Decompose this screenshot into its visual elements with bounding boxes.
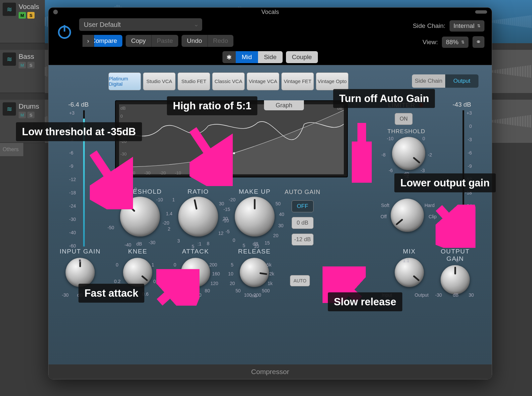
- knob-tick: 0: [423, 136, 425, 141]
- output-tab[interactable]: Output: [445, 74, 478, 88]
- knob-tick: -20: [229, 197, 235, 202]
- knob-tick: 12: [218, 231, 224, 236]
- gear-icon: ✱: [226, 53, 232, 61]
- meter-tick: -9: [69, 163, 73, 169]
- knob-tick: 30: [278, 223, 284, 228]
- distortion-knob[interactable]: [391, 199, 424, 232]
- autogain-0db-button[interactable]: 0 dB: [292, 217, 314, 229]
- graph-tick: -20: [160, 170, 166, 175]
- solo-button[interactable]: S: [27, 12, 35, 19]
- preset-select[interactable]: User Default ⌵: [79, 18, 202, 31]
- sidechain-tab[interactable]: Side Chain: [412, 74, 445, 88]
- track-name: Drums: [19, 102, 39, 110]
- knob-tick: 15: [265, 240, 270, 246]
- knob-tick: 50: [275, 201, 281, 206]
- toolbar: User Default ⌵ ‹ › Compare Copy Paste Un…: [49, 16, 492, 50]
- redo-button[interactable]: Redo: [208, 35, 233, 47]
- meter-tick: -60: [69, 243, 76, 248]
- model-classic-vca[interactable]: Classic VCA: [212, 72, 245, 90]
- ratio-knob[interactable]: [178, 197, 218, 237]
- knob-tick: 80: [205, 288, 210, 293]
- output-gain-knob[interactable]: [441, 265, 470, 294]
- meter-tick: -24: [69, 203, 76, 209]
- knob-tick: 1k: [268, 281, 273, 286]
- anno-fast-attack: Fast attack: [78, 284, 144, 303]
- svg-point-2: [233, 152, 235, 154]
- chevron-updown-icon: ⇅: [477, 24, 480, 28]
- autogain-off-button[interactable]: OFF: [292, 200, 314, 212]
- view-zoom[interactable]: 88% ⇅: [442, 37, 468, 48]
- waveform-icon: ≋: [3, 52, 16, 66]
- copy-button[interactable]: Copy: [126, 35, 151, 47]
- sidechain-select[interactable]: Internal ⇅: [450, 20, 484, 32]
- model-studio-vca[interactable]: Studio VCA: [143, 72, 176, 90]
- limiter-threshold-knob[interactable]: [392, 137, 425, 170]
- knob-tick: 20: [230, 281, 235, 286]
- chevron-down-icon: ⌵: [195, 22, 198, 27]
- release-knob[interactable]: [240, 258, 269, 287]
- model-vintage-opto[interactable]: Vintage Opto: [316, 72, 348, 90]
- meter-tick: 0: [469, 124, 472, 129]
- limiter-on-button[interactable]: ON: [395, 113, 413, 125]
- waveform-icon: ≋: [3, 3, 16, 16]
- paste-button[interactable]: Paste: [152, 35, 179, 47]
- link-icon: ⚭: [476, 38, 481, 46]
- mute-button[interactable]: M: [19, 12, 26, 19]
- mid-tab[interactable]: Mid: [236, 51, 258, 63]
- knob-tick: 0: [233, 238, 235, 243]
- track-header-bass[interactable]: ≋ Bass M S: [0, 50, 45, 93]
- autogain-neg12db-button[interactable]: -12 dB: [292, 234, 314, 246]
- knob-tick: 200: [209, 262, 217, 267]
- knob-tick: 120: [210, 281, 218, 286]
- model-vintage-vca[interactable]: Vintage VCA: [247, 72, 279, 90]
- mute-button[interactable]: M: [19, 62, 26, 68]
- svg-line-3: [93, 153, 126, 203]
- svg-line-4: [193, 130, 226, 179]
- chevron-updown-icon: ⇅: [461, 40, 465, 45]
- sidechain-label: Side Chain:: [413, 22, 445, 30]
- knob-tick: 200: [253, 292, 261, 298]
- solo-button[interactable]: S: [27, 112, 35, 118]
- others-group[interactable]: Others: [0, 143, 23, 156]
- power-button[interactable]: [56, 23, 73, 40]
- anno-low-threshold: Low threshold at -35dB: [16, 122, 142, 141]
- waveform-icon: ≋: [3, 102, 16, 116]
- knee-knob[interactable]: [123, 258, 152, 287]
- meter-tick: +3: [69, 110, 74, 116]
- link-button[interactable]: ⚭: [472, 36, 484, 48]
- graph-tab[interactable]: Graph: [264, 100, 304, 110]
- graph-tick: -30: [144, 170, 151, 175]
- makeup-knob[interactable]: [235, 197, 275, 237]
- track-header-vocals[interactable]: ≋ Vocals M S: [0, 0, 45, 43]
- knob-tick: -3: [421, 168, 425, 173]
- release-auto-button[interactable]: AUTO: [290, 275, 310, 286]
- meter-tick: -40: [69, 230, 76, 235]
- knob-tick: -5: [225, 229, 229, 234]
- anno-high-ratio: High ratio of 5:1: [167, 96, 257, 115]
- plugin-body: Platinum Digital Studio VCA Studio FET C…: [49, 65, 492, 364]
- side-tab[interactable]: Side: [258, 51, 283, 63]
- settings-button[interactable]: ✱: [222, 51, 236, 63]
- attack-label: ATTACK: [181, 248, 210, 255]
- mute-button[interactable]: M: [19, 112, 26, 118]
- undo-button[interactable]: Undo: [182, 35, 207, 47]
- mix-label: MIX: [395, 248, 424, 255]
- makeup-label: MAKE UP: [235, 188, 275, 195]
- knob-tick: -8: [381, 152, 385, 157]
- solo-button[interactable]: S: [27, 62, 35, 68]
- model-platinum-digital[interactable]: Platinum Digital: [108, 72, 141, 90]
- model-vintage-fet[interactable]: Vintage FET: [281, 72, 314, 90]
- knob-tick: 10: [254, 244, 259, 249]
- knob-tick: 30: [219, 201, 224, 206]
- knob-tick: 500: [262, 288, 270, 293]
- titlebar[interactable]: Vocals: [49, 8, 492, 16]
- mix-knob[interactable]: [395, 258, 424, 287]
- knob-tick: 20: [273, 233, 279, 238]
- meter-tick: -18: [69, 190, 76, 195]
- meter-tick: -12: [69, 177, 76, 182]
- knob-tick: 5: [231, 262, 233, 267]
- model-studio-fet[interactable]: Studio FET: [178, 72, 210, 90]
- couple-tab[interactable]: Couple: [286, 51, 318, 63]
- knob-tick: -20: [163, 220, 169, 226]
- mode-tabs: ✱ Mid Side Couple: [49, 50, 492, 65]
